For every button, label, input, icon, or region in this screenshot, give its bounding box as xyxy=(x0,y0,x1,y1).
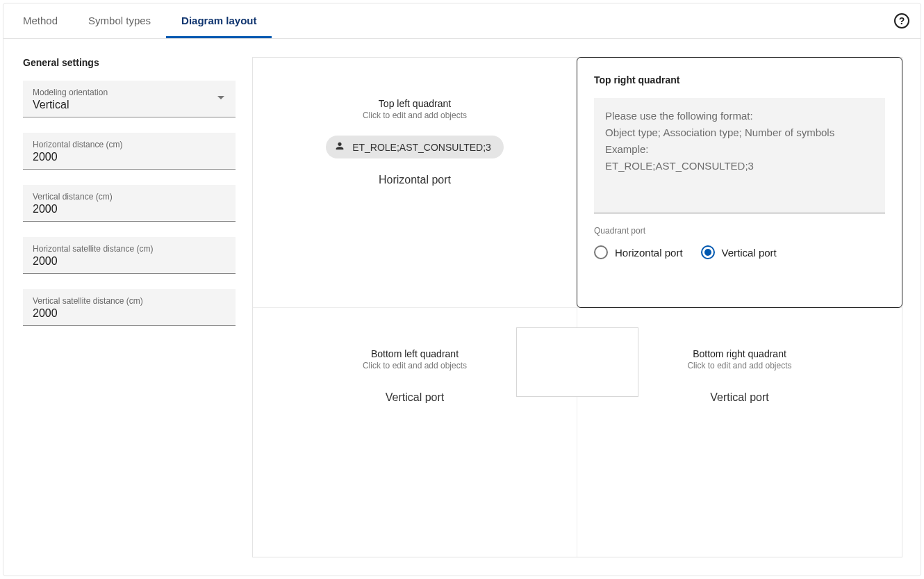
top-left-quadrant[interactable]: Top left quadrant Click to edit and add … xyxy=(253,58,577,308)
object-chip[interactable]: ET_ROLE;AST_CONSULTED;3 xyxy=(326,136,504,158)
vertical-distance-input[interactable]: Vertical distance (cm) 2000 xyxy=(23,185,236,222)
port-radio-group: Horizontal port Vertical port xyxy=(594,245,885,259)
field-value: 2000 xyxy=(33,255,226,268)
radio-icon xyxy=(701,245,715,259)
field-label: Modeling orientation xyxy=(33,88,226,97)
person-icon xyxy=(334,140,345,154)
field-value: 2000 xyxy=(33,307,226,320)
quadrant-title: Top left quadrant xyxy=(270,98,560,109)
app-frame: Method Symbol types Diagram layout ? Gen… xyxy=(3,3,921,576)
tab-bar: Method Symbol types Diagram layout ? xyxy=(3,3,921,39)
content-body: General settings Modeling orientation Ve… xyxy=(3,39,921,576)
radio-vertical-port[interactable]: Vertical port xyxy=(701,245,777,259)
quadrant-port-heading: Quadrant port xyxy=(594,226,885,236)
field-value: 2000 xyxy=(33,151,226,163)
field-value: Vertical xyxy=(33,99,226,111)
chip-label: ET_ROLE;AST_CONSULTED;3 xyxy=(352,142,491,153)
field-label: Vertical satellite distance (cm) xyxy=(33,296,226,306)
quadrant-port-label: Horizontal port xyxy=(270,174,560,186)
modeling-orientation-select[interactable]: Modeling orientation Vertical xyxy=(23,81,236,117)
radio-label: Vertical port xyxy=(722,247,777,259)
help-icon[interactable]: ? xyxy=(894,13,909,28)
top-right-quadrant: Top right quadrant Please use the follow… xyxy=(577,58,902,308)
tab-diagram-layout[interactable]: Diagram layout xyxy=(166,3,272,38)
diagram-layout-area: Top left quadrant Click to edit and add … xyxy=(252,57,902,557)
field-value: 2000 xyxy=(33,203,226,215)
radio-icon xyxy=(594,245,608,259)
quadrant-title: Top right quadrant xyxy=(594,74,885,85)
section-title: General settings xyxy=(23,57,236,68)
radio-horizontal-port[interactable]: Horizontal port xyxy=(594,245,683,259)
horizontal-satellite-distance-input[interactable]: Horizontal satellite distance (cm) 2000 xyxy=(23,237,236,274)
horizontal-distance-input[interactable]: Horizontal distance (cm) 2000 xyxy=(23,133,236,170)
tab-method[interactable]: Method xyxy=(8,3,73,38)
field-label: Vertical distance (cm) xyxy=(33,192,226,202)
quadrant-objects-textarea[interactable]: Please use the following format: Object … xyxy=(594,98,885,213)
vertical-satellite-distance-input[interactable]: Vertical satellite distance (cm) 2000 xyxy=(23,289,236,326)
tab-symbol-types[interactable]: Symbol types xyxy=(73,3,166,38)
chevron-down-icon xyxy=(217,96,224,99)
top-right-edit-panel: Top right quadrant Please use the follow… xyxy=(577,57,902,308)
field-label: Horizontal distance (cm) xyxy=(33,140,226,149)
center-element-placeholder[interactable] xyxy=(516,327,638,397)
field-label: Horizontal satellite distance (cm) xyxy=(33,244,226,254)
quadrant-subtitle: Click to edit and add objects xyxy=(270,111,560,120)
general-settings-panel: General settings Modeling orientation Ve… xyxy=(23,57,236,341)
radio-label: Horizontal port xyxy=(615,247,683,259)
